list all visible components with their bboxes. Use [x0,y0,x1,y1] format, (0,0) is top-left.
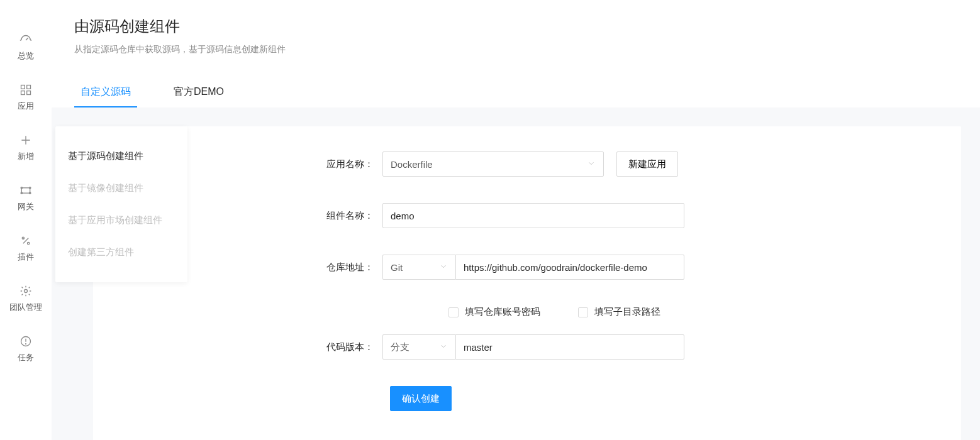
tabs: 自定义源码 官方DEMO [52,78,980,107]
select-version-type[interactable]: 分支 [382,334,455,360]
tab-official-demo[interactable]: 官方DEMO [167,78,230,107]
svg-rect-3 [27,91,31,95]
gear-icon [19,284,33,298]
svg-point-10 [28,243,30,245]
select-value: Dockerfile [391,159,433,170]
page-title: 由源码创建组件 [74,16,980,36]
svg-rect-0 [21,85,25,89]
svg-rect-4 [21,188,30,193]
chevron-down-icon [439,342,448,353]
sidebar-item-label: 任务 [18,352,34,363]
sidebar-item-overview[interactable]: 总览 [0,26,52,77]
svg-point-11 [25,290,28,293]
select-app-name[interactable]: Dockerfile [382,151,604,177]
checkbox-icon [448,307,459,317]
page-subtitle: 从指定源码仓库中获取源码，基于源码信息创建新组件 [74,44,980,55]
sidebar-item-gateway[interactable]: 网关 [0,177,52,228]
sidebar-item-add[interactable]: 新增 [0,127,52,177]
input-repo-url[interactable] [455,255,684,280]
sidebar-item-label: 插件 [18,251,34,263]
content: 由源码创建组件 从指定源码仓库中获取源码，基于源码信息创建新组件 自定义源码 官… [52,0,980,440]
tab-custom-source[interactable]: 自定义源码 [74,78,137,107]
row-repo-options: 填写仓库账号密码 填写子目录路径 [118,306,936,318]
row-repo: 仓库地址： Git [118,255,936,280]
chevron-down-icon [439,262,448,273]
sidebar-item-label: 网关 [18,201,34,212]
panel: 基于源码创建组件 基于镜像创建组件 基于应用市场创建组件 创建第三方组件 应用名… [52,107,980,440]
sidebar: 总览 应用 新增 网关 插件 团队管理 任务 [0,0,52,440]
checkbox-account[interactable]: 填写仓库账号密码 [448,306,540,318]
checkbox-label: 填写子目录路径 [594,306,660,318]
sidebar-item-label: 总览 [18,50,34,62]
chevron-down-icon [587,159,596,170]
label-code-version: 代码版本： [118,341,382,353]
row-component-name: 组件名称： [118,203,936,228]
svg-rect-1 [27,85,31,89]
dashboard-icon [19,33,33,47]
row-app-name: 应用名称： Dockerfile 新建应用 [118,151,936,177]
sidebar-item-label: 新增 [18,151,34,162]
nav-from-market[interactable]: 基于应用市场创建组件 [67,204,176,236]
input-component-name[interactable] [382,203,684,228]
sidebar-item-apps[interactable]: 应用 [0,77,52,127]
alert-icon [19,334,33,348]
nav-from-source[interactable]: 基于源码创建组件 [67,140,176,172]
plugin-icon [19,234,33,248]
checkbox-subdir[interactable]: 填写子目录路径 [578,306,660,318]
select-value: Git [391,262,403,273]
svg-rect-2 [21,91,25,95]
create-method-nav: 基于源码创建组件 基于镜像创建组件 基于应用市场创建组件 创建第三方组件 [55,126,187,282]
sidebar-item-label: 团队管理 [9,302,42,313]
form-card: 应用名称： Dockerfile 新建应用 组件名称： 仓库地址： Git [93,126,961,440]
checkbox-label: 填写仓库账号密码 [465,306,540,318]
row-code-version: 代码版本： 分支 [118,334,936,360]
apps-icon [19,83,33,97]
checkbox-icon [578,307,588,317]
sidebar-item-team[interactable]: 团队管理 [0,278,52,328]
svg-point-13 [26,344,26,344]
gateway-icon [19,184,33,197]
sidebar-item-plugins[interactable]: 插件 [0,228,52,278]
page-header: 由源码创建组件 从指定源码仓库中获取源码，基于源码信息创建新组件 [52,0,980,55]
row-submit: 确认创建 [118,386,936,411]
sidebar-item-tasks[interactable]: 任务 [0,328,52,378]
svg-point-9 [22,237,24,239]
input-branch[interactable] [455,334,684,360]
plus-icon [19,133,33,147]
sidebar-item-label: 应用 [18,101,34,112]
select-value: 分支 [391,341,409,353]
confirm-create-button[interactable]: 确认创建 [390,386,452,411]
nav-from-image[interactable]: 基于镜像创建组件 [67,172,176,204]
new-app-button[interactable]: 新建应用 [616,151,678,177]
select-repo-type[interactable]: Git [382,255,455,280]
nav-third-party[interactable]: 创建第三方组件 [67,236,176,268]
